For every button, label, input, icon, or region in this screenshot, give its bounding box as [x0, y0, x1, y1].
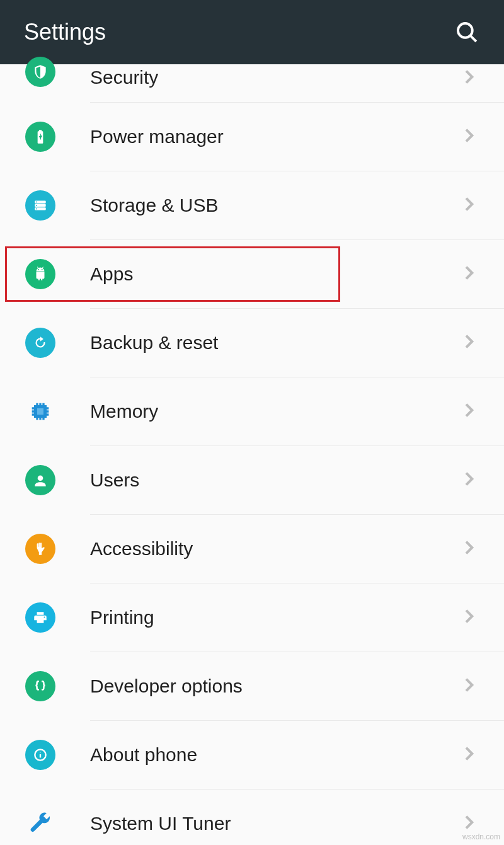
- chevron-right-icon: [459, 469, 479, 491]
- settings-item-label: Storage & USB: [90, 195, 459, 216]
- settings-list: Security Power manager Storage & USB App…: [0, 64, 504, 845]
- memory-chip-icon: [25, 396, 55, 427]
- person-icon: [25, 465, 55, 495]
- settings-item-developer-options[interactable]: Developer options: [0, 652, 504, 720]
- svg-point-6: [36, 205, 37, 206]
- svg-point-13: [40, 752, 40, 752]
- chevron-right-icon: [459, 606, 479, 629]
- watermark: wsxdn.com: [462, 832, 500, 841]
- settings-item-label: Backup & reset: [90, 332, 459, 354]
- code-braces-icon: [25, 671, 55, 701]
- shield-icon: [25, 57, 55, 87]
- info-icon: [25, 740, 55, 770]
- settings-item-about-phone[interactable]: About phone: [0, 721, 504, 789]
- chevron-right-icon: [459, 263, 479, 285]
- settings-item-label: Developer options: [90, 675, 459, 697]
- app-header: Settings: [0, 0, 504, 64]
- svg-point-9: [38, 475, 43, 481]
- settings-item-label: Security: [90, 67, 459, 88]
- search-icon: [454, 19, 480, 45]
- chevron-right-icon: [459, 194, 479, 217]
- printer-icon: [25, 602, 55, 633]
- chevron-right-icon: [459, 125, 479, 148]
- wrench-icon: [25, 808, 55, 839]
- settings-item-label: System UI Tuner: [90, 813, 459, 834]
- settings-item-label: Power manager: [90, 126, 459, 147]
- settings-item-security[interactable]: Security: [0, 64, 504, 102]
- settings-item-label: Accessibility: [90, 538, 459, 560]
- settings-item-system-ui-tuner[interactable]: System UI Tuner: [0, 790, 504, 845]
- android-icon: [25, 259, 55, 289]
- chevron-right-icon: [459, 537, 479, 560]
- settings-item-power-manager[interactable]: Power manager: [0, 103, 504, 171]
- settings-item-label: Printing: [90, 607, 459, 628]
- svg-point-7: [36, 208, 37, 209]
- settings-item-storage-usb[interactable]: Storage & USB: [0, 171, 504, 239]
- svg-point-5: [36, 202, 37, 203]
- chevron-right-icon: [459, 675, 479, 698]
- page-title: Settings: [24, 19, 106, 45]
- chevron-right-icon: [459, 744, 479, 766]
- search-button[interactable]: [454, 19, 480, 45]
- svg-point-0: [458, 23, 472, 38]
- battery-icon: [25, 122, 55, 152]
- chevron-right-icon: [459, 331, 479, 354]
- settings-item-label: Memory: [90, 401, 459, 422]
- settings-item-printing[interactable]: Printing: [0, 583, 504, 652]
- settings-item-memory[interactable]: Memory: [0, 377, 504, 445]
- chevron-right-icon: [459, 400, 479, 423]
- chevron-right-icon: [459, 67, 479, 89]
- svg-line-1: [471, 36, 476, 42]
- svg-point-10: [44, 616, 45, 618]
- settings-item-accessibility[interactable]: Accessibility: [0, 515, 504, 583]
- storage-icon: [25, 190, 55, 221]
- svg-rect-8: [37, 408, 43, 415]
- chevron-right-icon: [459, 812, 479, 835]
- settings-item-apps[interactable]: Apps: [0, 240, 504, 308]
- settings-item-backup-reset[interactable]: Backup & reset: [0, 309, 504, 377]
- settings-item-label: Apps: [90, 263, 459, 285]
- settings-item-users[interactable]: Users: [0, 446, 504, 514]
- hand-icon: [25, 534, 55, 564]
- settings-item-label: Users: [90, 469, 459, 491]
- refresh-icon: [25, 328, 55, 358]
- settings-item-label: About phone: [90, 744, 459, 766]
